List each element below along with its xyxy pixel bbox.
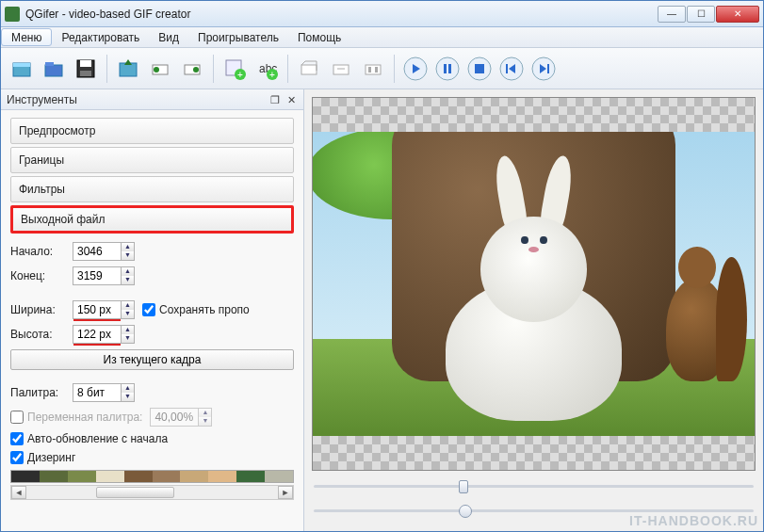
pause-button[interactable] — [432, 54, 463, 84]
svg-point-27 — [436, 57, 459, 80]
palette-input[interactable] — [73, 384, 121, 401]
section-output[interactable]: Выходной файл — [10, 205, 294, 234]
start-input[interactable] — [73, 243, 121, 260]
start-label: Начало: — [10, 245, 65, 258]
variable-palette-checkbox[interactable]: Переменная палитра: — [10, 411, 142, 424]
end-input[interactable] — [73, 267, 121, 284]
svg-rect-20 — [333, 65, 349, 74]
width-input[interactable] — [73, 301, 121, 318]
save-button[interactable] — [71, 54, 101, 84]
keep-ratio-input[interactable] — [142, 303, 155, 316]
open-project-button[interactable] — [39, 54, 69, 84]
svg-rect-22 — [366, 65, 381, 74]
effects-button-2[interactable] — [326, 54, 356, 84]
svg-rect-7 — [120, 63, 137, 76]
undock-icon[interactable]: ❐ — [268, 93, 282, 106]
svg-point-10 — [154, 67, 159, 73]
add-image-button[interactable]: + — [219, 54, 250, 84]
svg-rect-23 — [368, 67, 371, 73]
set-end-button[interactable] — [177, 54, 207, 84]
video-frame — [312, 97, 756, 471]
watermark: IT-HANDBOOK.RU — [629, 513, 758, 528]
variable-palette-input[interactable] — [10, 411, 24, 424]
video-content — [313, 132, 755, 436]
seek-thumb[interactable] — [459, 480, 468, 493]
spin-up-icon[interactable]: ▲ — [122, 301, 134, 310]
palette-spinner[interactable]: ▲▼ — [73, 383, 135, 402]
keep-ratio-checkbox[interactable]: Сохранять пропо — [142, 303, 250, 316]
spin-up-icon[interactable]: ▲ — [122, 384, 134, 393]
effects-button-3[interactable] — [358, 54, 388, 84]
spin-down-icon[interactable]: ▼ — [122, 393, 134, 401]
set-start-button[interactable] — [145, 54, 175, 84]
scroll-thumb[interactable] — [96, 487, 175, 498]
seek-slider[interactable] — [314, 480, 754, 492]
start-spinner[interactable]: ▲▼ — [73, 242, 135, 261]
spin-up-icon[interactable]: ▲ — [122, 243, 134, 251]
svg-point-12 — [193, 67, 199, 73]
scroll-left-icon[interactable]: ◄ — [11, 486, 26, 499]
svg-rect-19 — [301, 65, 317, 74]
end-spinner[interactable]: ▲▼ — [73, 266, 135, 285]
section-preview[interactable]: Предпросмотр — [10, 118, 294, 144]
palette-scrollbar[interactable]: ◄ ► — [10, 485, 294, 500]
menu-help[interactable]: Помощь — [288, 27, 350, 47]
svg-rect-1 — [13, 63, 30, 67]
svg-text:+: + — [269, 70, 275, 80]
variable-palette-label: Переменная палитра: — [27, 411, 142, 424]
range-thumb[interactable] — [459, 505, 472, 518]
section-borders[interactable]: Границы — [10, 147, 294, 173]
svg-marker-8 — [124, 59, 132, 65]
from-current-frame-button[interactable]: Из текущего кадра — [10, 349, 294, 370]
svg-rect-6 — [80, 71, 91, 76]
spin-up-icon[interactable]: ▲ — [122, 267, 134, 276]
close-button[interactable]: ✕ — [716, 6, 759, 23]
crop-area-top — [313, 98, 755, 132]
dithering-checkbox[interactable]: Дизеринг — [10, 451, 75, 464]
output-form: Начало: ▲▼ Конец: ▲▼ Ширина: — [1, 236, 303, 506]
variable-palette-spinner: ▲▼ — [150, 408, 212, 427]
stop-button[interactable] — [464, 54, 495, 84]
palette-swatch — [10, 470, 294, 483]
menubar: Меню Редактировать Вид Проигрыватель Пом… — [1, 27, 763, 48]
height-input[interactable] — [73, 326, 121, 343]
menu-edit[interactable]: Редактировать — [52, 27, 149, 47]
spin-down-icon[interactable]: ▼ — [122, 251, 134, 260]
panel-close-icon[interactable]: ✕ — [284, 93, 298, 106]
preview-area — [304, 89, 763, 531]
width-label: Ширина: — [10, 303, 65, 316]
spin-down-icon[interactable]: ▼ — [122, 276, 134, 284]
menu-main[interactable]: Меню — [1, 28, 52, 46]
export-gif-button[interactable] — [113, 54, 143, 84]
spin-down-icon[interactable]: ▼ — [122, 310, 134, 318]
spin-up-icon[interactable]: ▲ — [122, 326, 134, 334]
open-video-button[interactable] — [7, 54, 37, 84]
maximize-button[interactable]: ☐ — [687, 6, 715, 23]
dithering-input[interactable] — [10, 451, 24, 464]
svg-rect-2 — [45, 65, 62, 76]
add-text-button[interactable]: abc+ — [252, 54, 282, 84]
spin-down-icon[interactable]: ▼ — [122, 334, 134, 343]
height-spinner[interactable]: ▲▼ — [73, 325, 135, 344]
svg-rect-28 — [444, 64, 447, 73]
svg-rect-34 — [506, 64, 508, 73]
menu-view[interactable]: Вид — [149, 27, 188, 47]
minimize-button[interactable]: — — [658, 6, 686, 23]
section-filters[interactable]: Фильтры — [10, 176, 294, 202]
svg-rect-29 — [448, 64, 451, 73]
play-button[interactable] — [400, 54, 431, 84]
svg-rect-5 — [80, 60, 91, 67]
effects-button-1[interactable] — [294, 54, 324, 84]
width-spinner[interactable]: ▲▼ — [73, 300, 135, 319]
menu-player[interactable]: Проигрыватель — [188, 27, 288, 47]
app-window: QGifer - video-based GIF creator — ☐ ✕ М… — [0, 0, 764, 532]
prev-frame-button[interactable] — [496, 54, 527, 84]
scroll-right-icon[interactable]: ► — [278, 486, 293, 499]
auto-update-checkbox[interactable]: Авто-обновление с начала — [10, 432, 168, 445]
svg-rect-37 — [547, 64, 549, 73]
toolbar: + abc+ — [1, 48, 763, 89]
next-frame-button[interactable] — [528, 54, 559, 84]
svg-rect-3 — [45, 62, 54, 66]
window-title: QGifer - video-based GIF creator — [25, 8, 658, 21]
auto-update-input[interactable] — [10, 432, 24, 445]
